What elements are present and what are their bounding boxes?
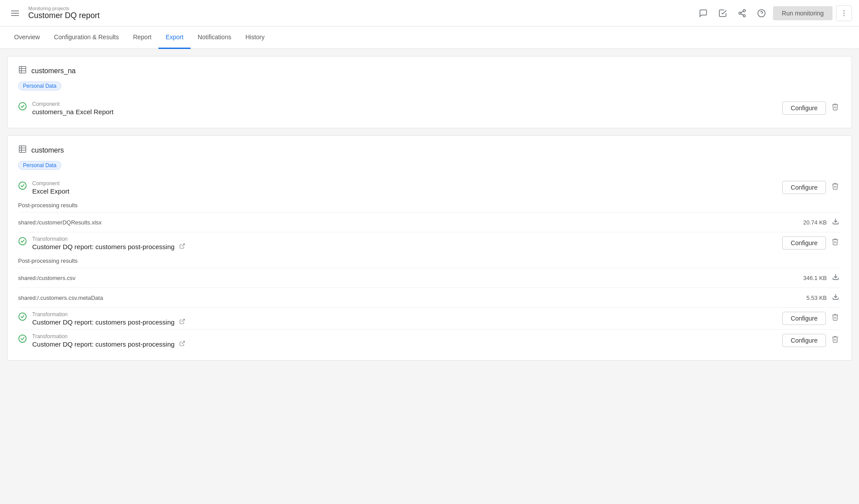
svg-line-7 (741, 11, 743, 12)
configure-button-transformation-1[interactable]: Configure (782, 236, 826, 250)
header-title: Customer DQ report (28, 11, 100, 20)
svg-point-22 (19, 182, 26, 190)
run-monitoring-button[interactable]: Run monitoring (773, 6, 833, 20)
check-icon-1 (18, 102, 27, 113)
checklist-button[interactable] (715, 5, 731, 21)
component-info-transformation-2: Transformation Customer DQ report: custo… (32, 311, 782, 326)
external-link-icon-3 (179, 340, 185, 348)
file-row-3: shared:/.customers.csv.metaData 5.53 KB (18, 287, 841, 307)
transformation-label-3: Transformation (32, 333, 782, 340)
check-icon-transformation-3 (18, 334, 27, 345)
header: Monitoring projects Customer DQ report (0, 0, 859, 26)
transformation-label-2: Transformation (32, 311, 782, 317)
component-actions-transformation-1: Configure (782, 236, 841, 250)
download-button-2[interactable] (830, 272, 841, 284)
tab-notifications[interactable]: Notifications (191, 26, 238, 49)
check-icon-transformation-1 (18, 237, 27, 248)
menu-button[interactable] (7, 5, 23, 21)
file-size-1: 20.74 KB (803, 219, 827, 226)
tab-overview[interactable]: Overview (7, 26, 47, 49)
svg-point-4 (739, 12, 741, 14)
component-actions-excel-export: Configure (782, 180, 841, 194)
download-button-1[interactable] (830, 216, 841, 228)
transformation-row-3: Transformation Customer DQ report: custo… (18, 329, 841, 351)
check-icon-excel-export (18, 181, 27, 192)
more-options-button[interactable] (836, 5, 852, 21)
svg-line-29 (181, 319, 184, 322)
svg-line-25 (181, 244, 184, 246)
configure-button-transformation-2[interactable]: Configure (782, 312, 826, 325)
section-customers-na: customers_na Personal Data Component cus… (7, 56, 852, 128)
header-left: Monitoring projects Customer DQ report (7, 5, 695, 21)
file-row-1: shared:/customerDQResults.xlsx 20.74 KB (18, 212, 841, 232)
component-label-excel-export: Component (32, 180, 782, 187)
component-info-1: Component customers_na Excel Report (32, 101, 782, 116)
component-row-1: Component customers_na Excel Report Conf… (18, 97, 841, 119)
delete-button-excel-export[interactable] (829, 180, 841, 194)
file-size-2: 346.1 KB (803, 275, 827, 281)
component-info-transformation-1: Transformation Customer DQ report: custo… (32, 236, 782, 250)
section-header-customers-na: customers_na (18, 65, 841, 76)
badge-personal-data-2: Personal Data (18, 161, 61, 170)
tab-export[interactable]: Export (158, 26, 190, 49)
tab-report[interactable]: Report (126, 26, 158, 49)
transformation-row-1: Transformation Customer DQ report: custo… (18, 232, 841, 254)
main-content: customers_na Personal Data Component cus… (0, 49, 859, 368)
download-button-3[interactable] (830, 291, 841, 304)
tab-configuration-results[interactable]: Configuration & Results (47, 26, 126, 49)
svg-point-28 (19, 313, 26, 321)
tab-history[interactable]: History (238, 26, 272, 49)
component-row-excel-export: Component Excel Export Configure (18, 177, 841, 198)
nav-tabs: Overview Configuration & Results Report … (0, 26, 859, 49)
transformation-name-3: Customer DQ report: customers post-proce… (32, 340, 782, 348)
delete-button-transformation-3[interactable] (829, 333, 841, 347)
svg-rect-13 (19, 67, 26, 73)
svg-rect-1 (11, 13, 19, 14)
external-link-icon-1 (179, 243, 185, 250)
configure-button-1[interactable]: Configure (782, 101, 826, 115)
component-actions-1: Configure (782, 101, 841, 115)
table-icon-customers (18, 145, 27, 156)
svg-point-30 (19, 335, 26, 343)
header-subtitle: Monitoring projects (28, 6, 100, 11)
file-path-2: shared:/customers.csv (18, 275, 803, 281)
post-processing-label-2: Post-processing results (18, 258, 841, 264)
badge-personal-data-1: Personal Data (18, 82, 61, 90)
post-processing-section-1: Post-processing results shared:/customer… (18, 202, 841, 232)
title-group: Monitoring projects Customer DQ report (28, 6, 100, 20)
svg-point-8 (758, 9, 765, 17)
svg-point-17 (19, 103, 26, 110)
component-actions-transformation-2: Configure (782, 311, 841, 325)
svg-rect-0 (11, 11, 19, 11)
svg-line-6 (741, 14, 743, 15)
file-path-1: shared:/customerDQResults.xlsx (18, 219, 803, 226)
configure-button-transformation-3[interactable]: Configure (782, 334, 826, 347)
check-icon-transformation-2 (18, 312, 27, 323)
delete-button-transformation-2[interactable] (829, 311, 841, 325)
svg-point-24 (19, 238, 26, 245)
share-button[interactable] (734, 5, 750, 21)
svg-point-12 (844, 15, 844, 16)
component-actions-transformation-3: Configure (782, 333, 841, 347)
help-button[interactable] (754, 5, 769, 21)
svg-line-31 (181, 341, 184, 344)
file-row-2: shared:/customers.csv 346.1 KB (18, 268, 841, 287)
delete-button-1[interactable] (829, 101, 841, 115)
section-customers: customers Personal Data Component Excel … (7, 135, 852, 361)
component-info-transformation-3: Transformation Customer DQ report: custo… (32, 333, 782, 348)
svg-rect-18 (19, 146, 26, 153)
svg-point-11 (844, 12, 844, 13)
file-size-3: 5.53 KB (806, 295, 827, 301)
transformation-label-1: Transformation (32, 236, 782, 242)
transformation-name-2: Customer DQ report: customers post-proce… (32, 318, 782, 326)
configure-button-excel-export[interactable]: Configure (782, 181, 826, 194)
section-title-customers-na: customers_na (31, 67, 76, 75)
transformation-name-1: Customer DQ report: customers post-proce… (32, 243, 782, 250)
svg-point-10 (844, 10, 844, 11)
svg-rect-2 (11, 15, 19, 16)
comment-button[interactable] (695, 5, 711, 21)
component-name-excel-export: Excel Export (32, 187, 782, 195)
delete-button-transformation-1[interactable] (829, 236, 841, 250)
header-actions: Run monitoring (695, 5, 852, 21)
transformation-row-2: Transformation Customer DQ report: custo… (18, 307, 841, 329)
